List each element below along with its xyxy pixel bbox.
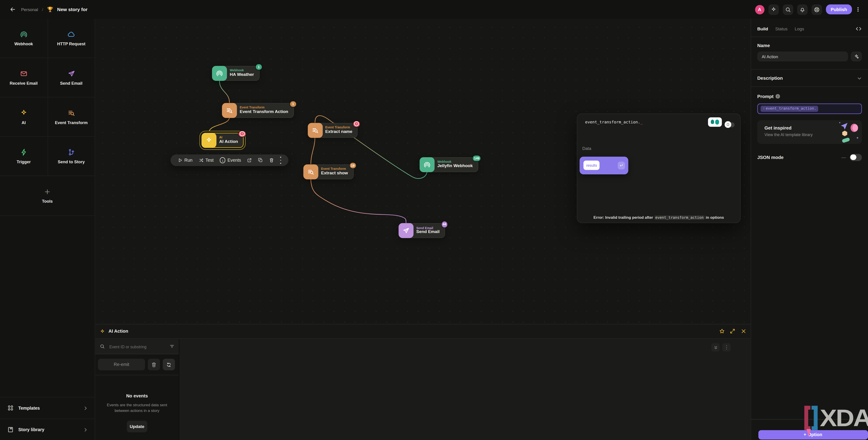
- data-section-label: Data: [583, 146, 591, 151]
- node-jellyfin-webhook[interactable]: WebhookJellyfin Webhook 149: [420, 157, 478, 172]
- suggestion-bulb-icon[interactable]: [708, 117, 722, 127]
- node-ha-weather[interactable]: WebhookHA Weather 1: [212, 66, 259, 81]
- palette-item-webhook[interactable]: Webhook: [0, 19, 47, 58]
- ai-assistant-button[interactable]: [768, 4, 779, 14]
- node-extract-name[interactable]: Event TransformExtract name !: [308, 123, 358, 137]
- xda-logo-text: XDA: [820, 406, 868, 430]
- xda-right-bracket: [812, 406, 818, 430]
- prompt-input[interactable]: ⠿event_transform_action.: [757, 103, 862, 114]
- description-section[interactable]: Description: [751, 70, 868, 86]
- sidebar-item-templates[interactable]: Templates: [0, 397, 95, 418]
- update-button[interactable]: Update: [127, 420, 147, 432]
- delete-events-button[interactable]: [148, 359, 160, 370]
- breadcrumb-workspace[interactable]: Personal: [21, 7, 38, 12]
- search-button[interactable]: [783, 4, 793, 14]
- prompt-section-label: Prompti: [751, 87, 868, 102]
- collapse-all-button[interactable]: [711, 343, 720, 352]
- webhook-icon: [212, 66, 227, 81]
- node-name-label: Send Email: [416, 230, 439, 234]
- tab-status[interactable]: Status: [775, 26, 787, 31]
- autocomplete-dropdown[interactable]: results: [580, 156, 628, 174]
- event-detail-area: [179, 339, 751, 440]
- duplicate-button[interactable]: [255, 158, 266, 163]
- ai-rename-button[interactable]: [851, 52, 862, 61]
- test-button[interactable]: Test: [195, 158, 216, 163]
- info-icon[interactable]: i: [776, 94, 780, 98]
- events-panel: AI Action Re-emit No e: [95, 324, 750, 440]
- palette-item-http-request[interactable]: HTTP Request: [47, 19, 95, 58]
- node-send-email[interactable]: Send EmailSend Email 44: [399, 223, 445, 238]
- tab-build[interactable]: Build: [757, 26, 768, 31]
- node-name-label: HA Weather: [229, 72, 254, 77]
- error-badge: !: [238, 130, 246, 137]
- prompt-reference-chip[interactable]: ⠿event_transform_action.: [761, 105, 818, 112]
- event-transform-icon: [222, 102, 237, 118]
- topbar: Personal / 🏆 New story for A Publish: [0, 0, 868, 19]
- palette-item-tools[interactable]: Tools: [0, 176, 95, 216]
- re-emit-button[interactable]: Re-emit: [98, 359, 145, 370]
- search-icon: [100, 344, 105, 349]
- events-button[interactable]: 1Events: [217, 157, 244, 163]
- favorite-star-icon[interactable]: [719, 328, 725, 334]
- help-button[interactable]: [811, 4, 822, 14]
- event-search-input[interactable]: [108, 344, 166, 350]
- sidebar-item-story-library[interactable]: Story library: [0, 418, 95, 440]
- chevron-right-icon: [83, 406, 88, 411]
- validation-error-message: Error: Invalid trailing period after eve…: [578, 215, 740, 220]
- decorative-shapes: [827, 120, 861, 144]
- node-name-label: AI Action: [219, 139, 238, 144]
- empty-events-title: No events: [126, 394, 148, 399]
- story-title[interactable]: New story for: [57, 6, 87, 12]
- events-panel-header: AI Action: [95, 324, 750, 339]
- ai-sparkle-icon: [202, 132, 216, 148]
- results-suggestion-pill[interactable]: results: [584, 160, 600, 170]
- node-name-label: Event Transform Action: [240, 109, 288, 114]
- palette-item-receive-email[interactable]: Receive Email: [0, 58, 47, 98]
- code-view-icon[interactable]: [855, 25, 862, 32]
- node-ai-action-selected[interactable]: AIAI Action !: [202, 132, 244, 148]
- node-extract-show[interactable]: Event TransformExtract show 19: [304, 164, 353, 179]
- prompt-editor-popup[interactable]: event_transform_action._ Data results Er…: [577, 113, 741, 223]
- chevron-down-icon: [857, 76, 862, 81]
- node-event-transform-action[interactable]: Event TransformEvent Transform Action 1: [222, 102, 294, 118]
- node-name-label: Extract show: [321, 171, 348, 176]
- close-icon[interactable]: [741, 328, 746, 334]
- refresh-events-button[interactable]: [163, 359, 175, 370]
- user-avatar[interactable]: A: [755, 5, 764, 14]
- detail-more-button[interactable]: [722, 343, 731, 352]
- json-mode-row: JSON mode —: [751, 144, 868, 161]
- notifications-button[interactable]: [797, 4, 807, 14]
- tab-logs[interactable]: Logs: [795, 26, 804, 31]
- palette-item-ai[interactable]: AI: [0, 97, 47, 137]
- palette-item-send-to-story[interactable]: Send to Story: [47, 137, 95, 176]
- palette-item-trigger[interactable]: Trigger: [0, 137, 47, 176]
- delete-button[interactable]: [266, 158, 277, 163]
- editor-mode-toggle[interactable]: [725, 122, 735, 127]
- palette-item-event-transform[interactable]: Event Transform: [47, 97, 95, 137]
- text-cursor: _: [640, 119, 643, 124]
- expand-icon[interactable]: [730, 328, 736, 334]
- name-field-label: Name: [751, 37, 868, 52]
- action-name-input[interactable]: [757, 52, 848, 61]
- xda-left-bracket: [804, 406, 810, 430]
- export-button[interactable]: [244, 158, 255, 163]
- back-button[interactable]: [8, 5, 17, 14]
- add-option-button[interactable]: +Option: [758, 430, 868, 439]
- topbar-more-button[interactable]: [856, 7, 860, 12]
- events-list-column: Re-emit No events Events are the structu…: [95, 339, 179, 440]
- filter-icon[interactable]: [169, 344, 174, 349]
- palette-item-send-email[interactable]: Send Email: [47, 58, 95, 98]
- action-inspector: Build Status Logs Name Description Promp…: [751, 19, 868, 440]
- event-count-badge: 44: [441, 221, 448, 228]
- prompt-code-editor[interactable]: event_transform_action._: [585, 119, 643, 124]
- json-mode-label: JSON mode: [757, 154, 783, 160]
- empty-events-description: Events are the structured data sentbetwe…: [107, 402, 167, 413]
- event-transform-icon: [304, 164, 318, 179]
- more-options-button[interactable]: [277, 157, 284, 164]
- run-button[interactable]: Run: [174, 158, 195, 163]
- publish-button[interactable]: Publish: [826, 4, 852, 14]
- send-email-icon: [399, 223, 413, 238]
- xda-drip: [807, 429, 811, 437]
- json-mode-toggle[interactable]: [850, 154, 862, 161]
- get-inspired-card[interactable]: Get inspired View the AI template librar…: [757, 120, 862, 144]
